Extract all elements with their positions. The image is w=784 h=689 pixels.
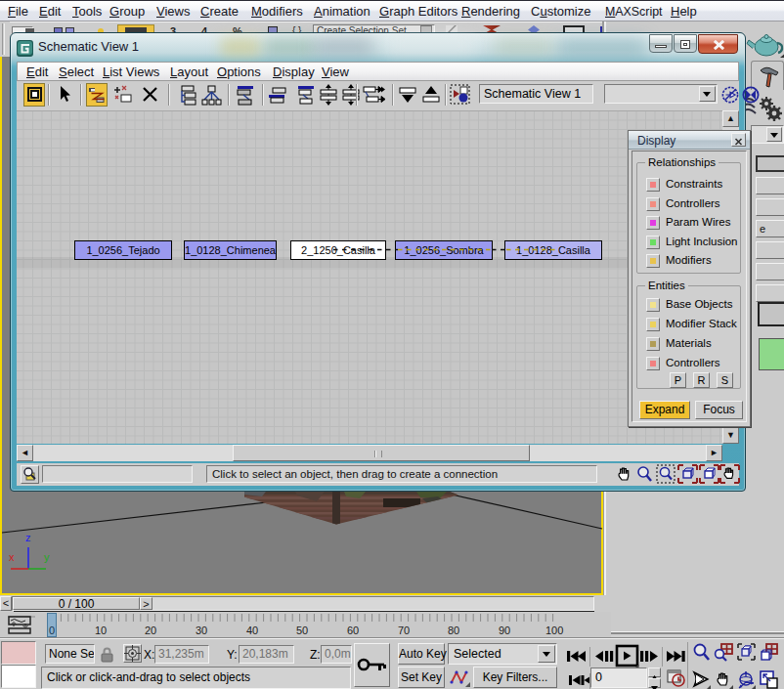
svg-text:x: x (9, 551, 15, 563)
svg-text:z: z (25, 532, 31, 543)
svg-text:y: y (44, 551, 50, 563)
